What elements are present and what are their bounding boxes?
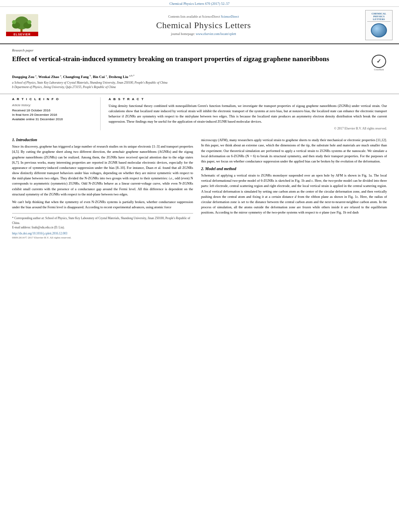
authors-line: Dongqing Zou a, Wenkai Zhao a, Changfeng… — [12, 74, 387, 79]
cpl-logo-box: CHEMICALPHYSICSLETTERS — [365, 10, 393, 40]
intro-section-name: Introduction — [16, 138, 37, 142]
corresponding-author-note: * Corresponding author at: School of Phy… — [12, 216, 193, 225]
intro-section-number: 1. — [12, 138, 15, 142]
available-date: Available online 31 December 2016 — [12, 117, 92, 121]
contents-label: Contents lists available at ScienceDirec… — [168, 15, 220, 18]
paper-type-label: Research paper — [12, 48, 387, 52]
intro-paragraph-1: Since its discovery, graphene has trigge… — [12, 144, 193, 197]
abstract-heading: A B S T R A C T — [109, 97, 387, 101]
intro-paragraph-2: We can't help thinking that when the sym… — [12, 199, 193, 210]
homepage-url[interactable]: www.elsevier.com/locate/cplett — [196, 32, 236, 36]
journal-header: ELSEVIER Contents lists available at Sci… — [0, 7, 399, 44]
cpl-globe-icon — [371, 23, 387, 37]
email-note: E-mail address: liuds@sdu.edu.cn (D. Liu… — [12, 225, 193, 230]
svg-point-6 — [27, 20, 31, 24]
crossmark-badge: ✓ CrossMark — [371, 55, 387, 71]
main-content-area: 1. Introduction Since its discovery, gra… — [0, 134, 399, 240]
doi-link[interactable]: http://dx.doi.org/10.1016/j.cplett.2016.… — [12, 231, 193, 236]
sciencedirect-line: Contents lists available at ScienceDirec… — [168, 15, 239, 18]
paper-title: Effect of vertical-strain-induced symmet… — [12, 55, 329, 64]
received-date: Received 18 October 2016 — [12, 109, 92, 112]
article-info-abstract-row: A R T I C L E I N F O Article history: R… — [0, 94, 399, 134]
model-section-title: 2. Model and method — [201, 166, 387, 171]
elsevier-logo-svg: ELSEVIER — [6, 14, 38, 36]
author-wenkai: Wenkai Zhao — [38, 75, 59, 79]
copyright-line: © 2017 Elsevier B.V. All rights reserved… — [109, 127, 387, 130]
abstract-column: A B S T R A C T Using density functional… — [101, 97, 387, 131]
left-column: 1. Introduction Since its discovery, gra… — [12, 138, 193, 240]
journal-center-info: Contents lists available at ScienceDirec… — [44, 10, 363, 40]
intro-section-title: 1. Introduction — [12, 138, 193, 142]
right-column: microscopy (AFM), many researchers apply… — [201, 138, 387, 240]
history-label: Article history: — [12, 103, 92, 107]
journal-citation-bar: Chemical Physics Letters 670 (2017) 52–5… — [0, 0, 399, 7]
abstract-text: Using density functional theory combined… — [109, 103, 387, 125]
right-paragraph-1: microscopy (AFM), many researchers apply… — [201, 138, 387, 164]
paper-meta-area: Research paper Effect of vertical-strain… — [0, 44, 399, 94]
right-paragraph-2: Schematic of applying a vertical strain … — [201, 173, 387, 215]
affiliation-a: a School of Physics, State Key Laborator… — [12, 80, 387, 85]
issn-line: 0009-2614/© 2017 Elsevier B.V. All right… — [12, 236, 193, 240]
author-bin: Bin Cui — [93, 75, 105, 79]
article-info-column: A R T I C L E I N F O Article history: R… — [12, 97, 101, 131]
model-section-number: 2. — [201, 166, 204, 171]
article-info-heading: A R T I C L E I N F O — [12, 97, 92, 101]
footnote-area: * Corresponding author at: School of Phy… — [12, 213, 193, 240]
author-dongqing: Dongqing Zou — [12, 75, 34, 79]
model-section-name: Model and method — [205, 166, 236, 171]
crossmark-label: CrossMark — [374, 68, 384, 71]
journal-title: Chemical Physics Letters — [156, 20, 251, 31]
author-changfeng: Changfeng Fang — [63, 75, 89, 79]
journal-homepage: journal homepage: www.elsevier.com/locat… — [171, 32, 236, 36]
final-form-date: In final form 29 December 2016 — [12, 113, 92, 117]
svg-point-5 — [12, 20, 16, 24]
svg-text:ELSEVIER: ELSEVIER — [14, 33, 31, 36]
crossmark-circle: ✓ — [372, 55, 386, 68]
affiliations-block: a School of Physics, State Key Laborator… — [12, 80, 387, 90]
paper-title-row: Effect of vertical-strain-induced symmet… — [12, 55, 387, 71]
cpl-logo-area: CHEMICALPHYSICSLETTERS — [363, 10, 395, 40]
cpl-box-header: CHEMICALPHYSICSLETTERS — [367, 12, 391, 22]
author-desheng: Desheng Liu — [109, 75, 128, 79]
elsevier-logo-area: ELSEVIER — [4, 10, 40, 40]
journal-citation: Chemical Physics Letters 670 (2017) 52–5… — [169, 2, 229, 6]
affiliation-b: b Department of Physics, Jining Universi… — [12, 85, 387, 89]
sciencedirect-link[interactable]: ScienceDirect — [221, 15, 239, 18]
